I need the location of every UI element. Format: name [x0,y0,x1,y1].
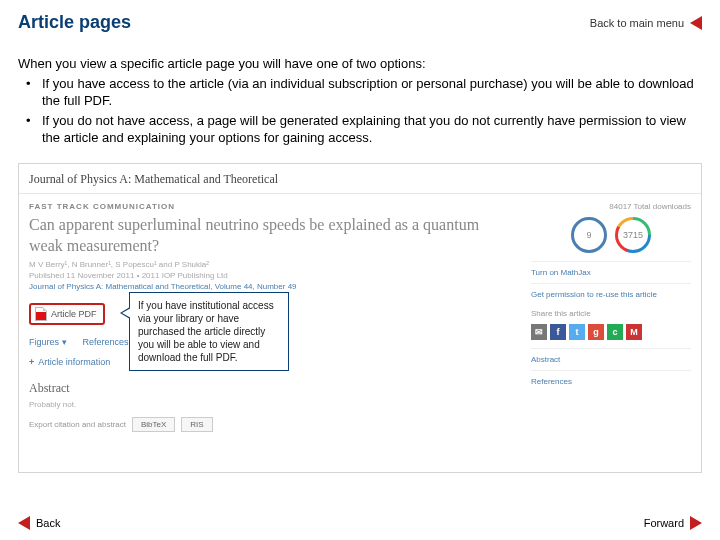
intro-line: When you view a specific article page yo… [18,55,702,73]
mathjax-toggle[interactable]: Turn on MathJax [531,261,691,283]
callout-box: If you have institutional access via you… [129,292,289,371]
export-label: Export citation and abstract [29,420,126,429]
figures-tab[interactable]: Figures ▾ [29,337,67,347]
share-twitter-icon[interactable]: t [569,324,585,340]
export-ris-button[interactable]: RIS [181,417,212,432]
abstract-heading: Abstract [29,381,511,396]
references-tab[interactable]: References [83,337,129,347]
forward-label: Forward [644,517,684,529]
sidebar-references-link[interactable]: References [531,371,691,392]
plus-icon: + [29,357,34,367]
back-main-label: Back to main menu [590,17,684,29]
share-mendeley-icon[interactable]: M [626,324,642,340]
intro-block: When you view a specific article page yo… [0,41,720,153]
metric-circle: 3715 [615,217,651,253]
share-google-icon[interactable]: g [588,324,604,340]
back-to-main-menu-button[interactable]: Back to main menu [590,16,702,30]
article-published: Published 11 November 2011 • 2011 IOP Pu… [29,271,511,280]
pdf-label: Article PDF [51,309,97,319]
triangle-right-icon [690,516,702,530]
article-authors: M V Berry¹, N Brunner¹, S Popescu¹ and P… [29,260,511,269]
triangle-left-icon [18,516,30,530]
forward-button[interactable]: Forward [644,516,702,530]
pdf-icon [35,307,47,321]
back-button[interactable]: Back [18,516,60,530]
metric-circle: 9 [571,217,607,253]
triangle-left-icon [690,16,702,30]
share-label: Share this article [531,309,691,318]
share-row: ✉ f t g c M [531,324,691,340]
fast-track-tag: FAST TRACK COMMUNICATION [29,202,511,211]
share-facebook-icon[interactable]: f [550,324,566,340]
page-title: Article pages [18,12,131,33]
share-citeulike-icon[interactable]: c [607,324,623,340]
permission-link[interactable]: Get permission to re-use this article [531,283,691,305]
bullet-item: If you have access to the article (via a… [32,75,702,110]
article-screenshot: Journal of Physics A: Mathematical and T… [18,163,702,473]
journal-name: Journal of Physics A: Mathematical and T… [19,164,701,194]
article-title: Can apparent superluminal neutrino speed… [29,215,511,257]
share-email-icon[interactable]: ✉ [531,324,547,340]
sidebar-abstract-link[interactable]: Abstract [531,348,691,371]
article-pdf-button[interactable]: Article PDF [29,303,105,325]
bullet-item: If you do not have access, a page will b… [32,112,702,147]
article-info-label: Article information [38,357,110,367]
export-bibtex-button[interactable]: BibTeX [132,417,175,432]
abstract-text: Probably not. [29,400,511,409]
back-label: Back [36,517,60,529]
downloads-count: 84017 Total downloads [531,202,691,211]
article-breadcrumb: Journal of Physics A: Mathematical and T… [29,282,511,291]
